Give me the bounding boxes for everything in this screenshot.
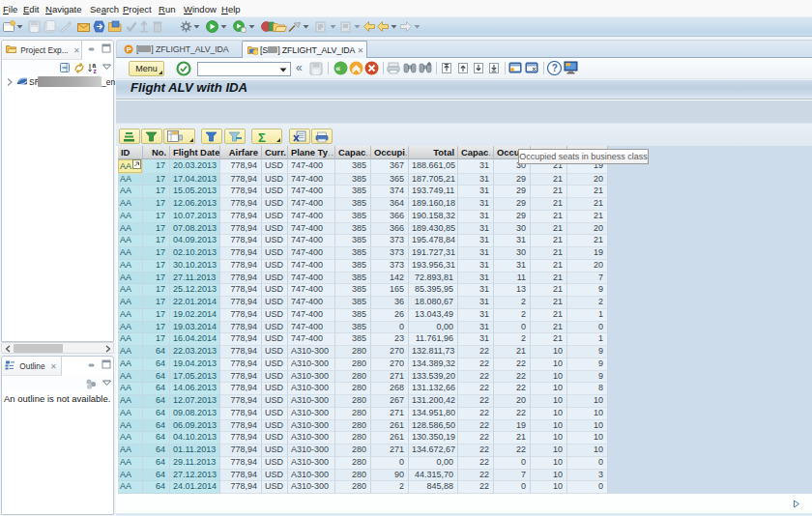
svg-text:«: « [335,64,340,73]
svg-text:Σ: Σ [258,130,266,143]
svg-text:?: ? [552,63,558,73]
svg-text:P: P [127,45,131,54]
svg-text:z: z [94,68,98,74]
